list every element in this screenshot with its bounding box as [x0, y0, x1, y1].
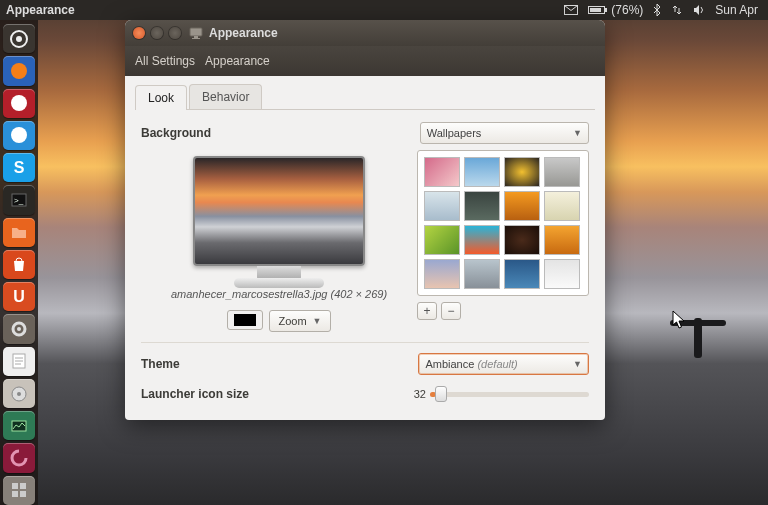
breadcrumb-root[interactable]: All Settings: [135, 54, 195, 68]
tabs: Look Behavior: [135, 84, 595, 110]
svg-text:>_: >_: [14, 196, 24, 205]
launcher-firefox[interactable]: [3, 56, 35, 85]
launcher-software-center[interactable]: [3, 250, 35, 279]
zoom-mode-button[interactable]: Zoom ▼: [269, 310, 330, 332]
svg-rect-25: [194, 36, 198, 38]
appearance-window: Appearance All Settings Appearance Look …: [125, 20, 605, 420]
svg-rect-22: [12, 491, 18, 497]
launcher-files[interactable]: [3, 218, 35, 247]
window-title: Appearance: [209, 26, 278, 40]
svg-rect-2: [605, 8, 607, 12]
wallpaper-filename: amanhecer_marcosestrella3.jpg (402 × 269…: [141, 288, 417, 300]
launcher-size-slider[interactable]: [430, 392, 589, 397]
remove-wallpaper-button[interactable]: −: [441, 302, 461, 320]
launcher-settings[interactable]: [3, 314, 35, 343]
network-icon[interactable]: [671, 4, 683, 16]
launcher-ubuntu-one[interactable]: U: [3, 282, 35, 311]
background-label: Background: [141, 122, 420, 144]
svg-point-6: [11, 63, 27, 79]
wallpaper-thumb[interactable]: [544, 259, 580, 289]
battery-indicator[interactable]: (76%): [588, 3, 643, 17]
launcher: S>_U: [0, 20, 38, 505]
svg-rect-3: [590, 8, 601, 12]
bluetooth-icon[interactable]: [653, 4, 661, 16]
wallpaper-thumb[interactable]: [424, 157, 460, 187]
wallpaper-thumb[interactable]: [504, 157, 540, 187]
launcher-text-editor[interactable]: [3, 347, 35, 376]
launcher-size-value: 32: [406, 388, 426, 400]
chevron-down-icon: ▼: [313, 316, 322, 326]
launcher-skype[interactable]: S: [3, 153, 35, 182]
appearance-icon: [189, 26, 203, 40]
breadcrumb: All Settings Appearance: [125, 46, 605, 76]
window-minimize-button[interactable]: [151, 27, 163, 39]
launcher-size-label: Launcher icon size: [141, 387, 406, 401]
background-color-swatch[interactable]: [227, 310, 263, 330]
wallpaper-thumb[interactable]: [544, 225, 580, 255]
wallpaper-thumb[interactable]: [424, 225, 460, 255]
wallpaper-thumb[interactable]: [544, 157, 580, 187]
wallpaper-thumb[interactable]: [464, 259, 500, 289]
svg-point-12: [17, 327, 21, 331]
wallpaper-thumb[interactable]: [464, 225, 500, 255]
svg-point-8: [11, 127, 27, 143]
wallpaper-thumb[interactable]: [504, 259, 540, 289]
mail-icon[interactable]: [564, 5, 578, 15]
wallpaper-source-value: Wallpapers: [427, 127, 482, 139]
svg-rect-23: [20, 491, 26, 497]
wallpaper-grid: [417, 150, 589, 296]
clock[interactable]: Sun Apr: [715, 3, 758, 17]
wallpaper-thumb[interactable]: [504, 225, 540, 255]
add-wallpaper-button[interactable]: +: [417, 302, 437, 320]
wallpaper-thumb[interactable]: [424, 259, 460, 289]
chevron-down-icon: ▼: [573, 128, 582, 138]
wallpaper-source-dropdown[interactable]: Wallpapers ▼: [420, 122, 589, 144]
window-maximize-button[interactable]: [169, 27, 181, 39]
svg-point-5: [16, 36, 22, 42]
tab-look[interactable]: Look: [135, 85, 187, 110]
chevron-down-icon: ▼: [573, 359, 582, 369]
launcher-chromium[interactable]: [3, 121, 35, 150]
launcher-workspace[interactable]: [3, 476, 35, 505]
theme-label: Theme: [141, 357, 418, 371]
tab-behavior[interactable]: Behavior: [189, 84, 262, 109]
launcher-dash[interactable]: [3, 24, 35, 53]
zoom-mode-label: Zoom: [278, 315, 306, 327]
wallpaper-preview-monitor: [193, 156, 365, 278]
launcher-terminal[interactable]: >_: [3, 185, 35, 214]
svg-rect-19: [12, 421, 26, 431]
breadcrumb-current: Appearance: [205, 54, 270, 68]
slider-knob[interactable]: [435, 386, 447, 402]
wallpaper-thumb[interactable]: [464, 157, 500, 187]
wallpaper-thumb[interactable]: [504, 191, 540, 221]
svg-rect-20: [12, 483, 18, 489]
launcher-opera[interactable]: [3, 89, 35, 118]
launcher-disks[interactable]: [3, 379, 35, 408]
top-panel: Appearance (76%) Sun Apr: [0, 0, 768, 20]
battery-percent: (76%): [611, 3, 643, 17]
panel-app-title: Appearance: [0, 3, 75, 17]
window-titlebar[interactable]: Appearance: [125, 20, 605, 46]
launcher-devices[interactable]: [3, 443, 35, 472]
theme-value: Ambiance (default): [425, 358, 517, 370]
wallpaper-thumb[interactable]: [544, 191, 580, 221]
wallpaper-thumb[interactable]: [424, 191, 460, 221]
mouse-cursor: [672, 310, 688, 330]
svg-point-18: [17, 392, 21, 396]
launcher-system-monitor[interactable]: [3, 411, 35, 440]
svg-rect-26: [192, 38, 200, 39]
window-close-button[interactable]: [133, 27, 145, 39]
svg-point-7: [11, 95, 27, 111]
svg-rect-24: [190, 28, 202, 36]
sound-icon[interactable]: [693, 4, 705, 16]
theme-dropdown[interactable]: Ambiance (default) ▼: [418, 353, 589, 375]
wallpaper-thumb[interactable]: [464, 191, 500, 221]
svg-rect-21: [20, 483, 26, 489]
